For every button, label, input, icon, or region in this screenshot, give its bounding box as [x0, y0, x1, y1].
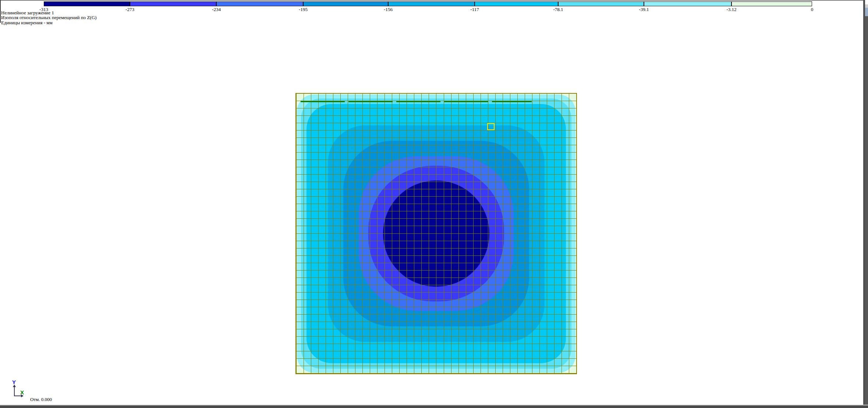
window-left-edge — [0, 0, 1, 23]
units-caption: Единицы измерения - мм — [1, 20, 53, 25]
scale-tick-label: -234 — [212, 7, 221, 12]
app-canvas: -313-273-234-195-156-117-78.1-39.1-3.120… — [0, 0, 868, 408]
finite-element-mesh — [296, 94, 576, 373]
scale-tick-label: -78.1 — [553, 7, 563, 12]
selected-element[interactable] — [487, 123, 495, 130]
scale-tick-label: 0 — [811, 7, 814, 12]
elevation-label: Отм. 0.000 — [30, 397, 52, 402]
y-axis-line — [14, 387, 15, 396]
scale-segment — [731, 1, 812, 6]
scale-tick-label: -117 — [470, 7, 479, 12]
scale-tick-label: -156 — [384, 7, 393, 12]
scale-tick-label: -195 — [299, 7, 308, 12]
background-window-scrollbar-part — [865, 0, 868, 4]
scale-tick-label: -39.1 — [639, 7, 649, 12]
window-bottom-bar — [0, 405, 868, 408]
scale-segment — [216, 1, 303, 6]
scale-segment — [44, 1, 130, 6]
result-type-caption: Изополя относительных перемещений по Z(G… — [1, 15, 96, 20]
scale-segment — [558, 1, 644, 6]
axis-triad: Y X — [11, 380, 28, 398]
beam-line — [301, 101, 532, 102]
scale-segment — [475, 1, 558, 6]
scale-tick-label: -3.12 — [726, 7, 736, 12]
scale-segment — [388, 1, 475, 6]
background-window-scrollbar-part[interactable] — [865, 8, 868, 16]
y-axis-label: Y — [12, 380, 16, 385]
scale-segment — [644, 1, 731, 6]
plate-isofield-view[interactable] — [295, 93, 577, 374]
scale-tick-label: -273 — [125, 7, 134, 12]
background-window-scrollbar-part — [865, 16, 868, 408]
scale-segment — [130, 1, 216, 6]
scale-segment — [303, 1, 388, 6]
background-window-scrollbar-part — [865, 4, 868, 8]
window-top-edge — [0, 0, 868, 1]
x-axis-label: X — [20, 390, 24, 395]
x-axis-line — [14, 396, 21, 396]
